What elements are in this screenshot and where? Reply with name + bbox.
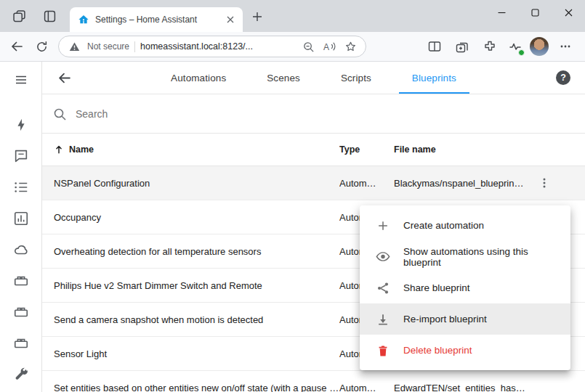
url-text[interactable]: homeassistant.local:8123/... bbox=[140, 41, 295, 52]
trash-icon bbox=[376, 343, 390, 358]
browser-titlebar: Settings – Home Assistant bbox=[0, 0, 585, 32]
home-assistant-app: Automations Scenes Scripts Blueprints ? … bbox=[0, 62, 585, 392]
column-type[interactable]: Type bbox=[339, 144, 394, 155]
search-icon bbox=[52, 107, 67, 121]
navbar-right-icons bbox=[424, 36, 579, 57]
sidebar-item-cloud[interactable] bbox=[5, 234, 36, 265]
share-icon bbox=[376, 281, 390, 295]
new-tab-icon[interactable] bbox=[250, 9, 265, 24]
tab-scenes[interactable]: Scenes bbox=[246, 62, 320, 94]
table-row[interactable]: Set entities based on other entities new… bbox=[42, 371, 585, 392]
table-row[interactable]: NSPanel Configuration Autom… Blackymas/n… bbox=[42, 166, 585, 200]
sidebar-item-logbook[interactable] bbox=[5, 171, 36, 203]
sidebar-items bbox=[5, 109, 36, 390]
browser-navbar: Not secure homeassistant.local:8123/... … bbox=[0, 32, 585, 62]
split-screen-icon[interactable] bbox=[424, 36, 445, 57]
address-bar[interactable]: Not secure homeassistant.local:8123/... … bbox=[58, 36, 366, 57]
profile-avatar[interactable] bbox=[530, 37, 549, 56]
home-assistant-favicon bbox=[78, 14, 89, 25]
app-header: Automations Scenes Scripts Blueprints ? bbox=[42, 62, 585, 94]
svg-text:A: A bbox=[323, 42, 329, 52]
plus-icon bbox=[376, 219, 390, 233]
back-icon[interactable] bbox=[6, 36, 28, 57]
search-input[interactable] bbox=[76, 108, 585, 120]
tab-actions-icon[interactable] bbox=[42, 9, 57, 23]
main-panel: Automations Scenes Scripts Blueprints ? … bbox=[42, 62, 585, 392]
sidebar-item-tools[interactable] bbox=[5, 359, 36, 390]
menu-item-create-automation[interactable]: Create automation bbox=[360, 210, 570, 241]
browser-tab[interactable]: Settings – Home Assistant bbox=[70, 7, 243, 32]
refresh-icon[interactable] bbox=[31, 36, 52, 57]
sidebar-item-integration-3[interactable] bbox=[5, 327, 36, 359]
zoom-out-icon[interactable] bbox=[300, 38, 316, 54]
tab-close-icon[interactable] bbox=[224, 13, 237, 26]
tab-scripts[interactable]: Scripts bbox=[320, 62, 392, 94]
minimize-icon[interactable] bbox=[485, 0, 518, 25]
sidebar-item-history[interactable] bbox=[5, 203, 36, 234]
eye-icon bbox=[376, 250, 390, 264]
read-aloud-icon[interactable]: A bbox=[321, 38, 337, 54]
extensions-icon[interactable] bbox=[479, 36, 501, 57]
download-icon bbox=[376, 312, 390, 327]
sidebar-item-integration-2[interactable] bbox=[5, 296, 36, 327]
blueprint-context-menu: Create automation Show automations using… bbox=[360, 205, 570, 370]
sidebar-item-integration-1[interactable] bbox=[5, 265, 36, 296]
status-green-dot bbox=[518, 49, 525, 56]
column-file-name[interactable]: File name bbox=[394, 144, 532, 155]
collections-icon[interactable] bbox=[451, 36, 473, 57]
menu-item-delete-blueprint[interactable]: Delete blueprint bbox=[360, 335, 570, 366]
tab-automations[interactable]: Automations bbox=[150, 62, 246, 94]
menu-item-share-blueprint[interactable]: Share blueprint bbox=[360, 272, 570, 303]
titlebar-left-icons bbox=[12, 0, 57, 32]
security-label[interactable]: Not secure bbox=[87, 41, 129, 52]
sidebar-item-assist[interactable] bbox=[5, 140, 36, 171]
column-name[interactable]: Name bbox=[42, 144, 339, 155]
menu-item-show-automations[interactable]: Show automations using this blueprint bbox=[360, 241, 570, 272]
tab-blueprints[interactable]: Blueprints bbox=[392, 62, 477, 94]
not-secure-warning-icon[interactable] bbox=[66, 38, 82, 54]
table-header: Name Type File name bbox=[42, 134, 585, 166]
menu-item-reimport-blueprint[interactable]: Re-import blueprint bbox=[360, 303, 570, 335]
favorite-star-icon[interactable] bbox=[342, 38, 358, 54]
maximize-icon[interactable] bbox=[518, 0, 552, 25]
browser-tab-title: Settings – Home Assistant bbox=[95, 15, 224, 25]
browser-essentials-icon[interactable] bbox=[507, 38, 524, 55]
sort-ascending-icon bbox=[54, 144, 64, 155]
address-divider bbox=[134, 41, 135, 52]
search-row bbox=[42, 94, 585, 134]
help-icon[interactable]: ? bbox=[556, 70, 570, 85]
row-overflow-menu-icon[interactable] bbox=[532, 177, 557, 189]
sidebar-item-energy[interactable] bbox=[5, 109, 36, 140]
window-controls bbox=[485, 0, 585, 25]
hamburger-menu-icon[interactable] bbox=[9, 68, 33, 91]
workspaces-icon[interactable] bbox=[12, 9, 26, 23]
sidebar bbox=[0, 62, 42, 392]
close-window-icon[interactable] bbox=[552, 0, 585, 25]
ha-tab-bar: Automations Scenes Scripts Blueprints bbox=[42, 62, 585, 94]
browser-menu-icon[interactable] bbox=[554, 36, 576, 57]
